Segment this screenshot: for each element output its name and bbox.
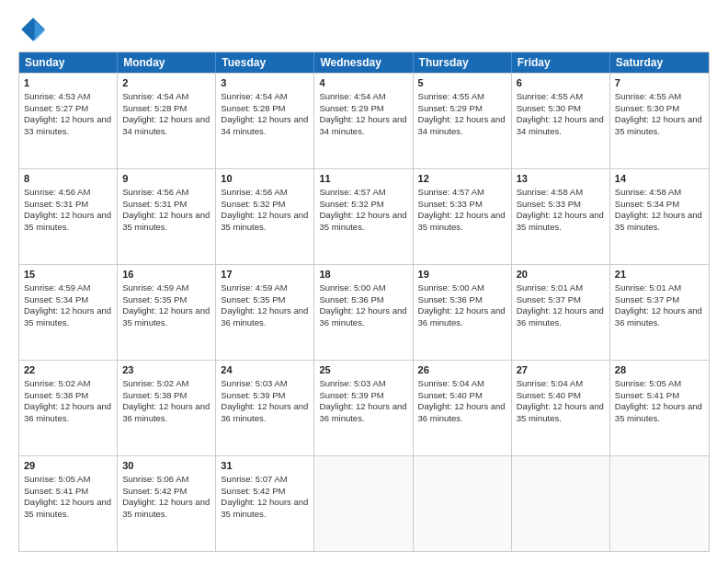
header (18, 15, 710, 44)
day-number: 24 (221, 363, 309, 377)
sunrise-label: Sunrise: 5:05 AM (615, 378, 681, 388)
sunrise-label: Sunrise: 5:00 AM (418, 282, 484, 293)
calendar-cell: 20Sunrise: 5:01 AMSunset: 5:37 PMDayligh… (512, 265, 610, 360)
sunset-label: Sunset: 5:39 PM (319, 390, 383, 400)
sunset-label: Sunset: 5:32 PM (221, 199, 285, 209)
daylight-label: Daylight: 12 hours and 36 minutes. (418, 305, 506, 327)
day-number: 30 (122, 459, 210, 473)
daylight-label: Daylight: 12 hours and 36 minutes. (221, 305, 308, 327)
calendar-cell: 22Sunrise: 5:02 AMSunset: 5:38 PMDayligh… (19, 361, 118, 455)
day-number: 4 (319, 76, 407, 90)
calendar-cell: 12Sunrise: 4:57 AMSunset: 5:33 PMDayligh… (414, 169, 512, 264)
sunset-label: Sunset: 5:41 PM (24, 486, 88, 496)
daylight-label: Daylight: 12 hours and 35 minutes. (615, 210, 702, 232)
day-number: 5 (418, 76, 506, 90)
sunset-label: Sunset: 5:30 PM (615, 103, 679, 113)
day-number: 31 (221, 459, 309, 473)
sunset-label: Sunset: 5:32 PM (319, 199, 383, 209)
calendar-cell: 17Sunrise: 4:59 AMSunset: 5:35 PMDayligh… (216, 265, 314, 360)
daylight-label: Daylight: 12 hours and 35 minutes. (517, 210, 604, 232)
daylight-label: Daylight: 12 hours and 35 minutes. (615, 114, 702, 136)
sunrise-label: Sunrise: 4:59 AM (221, 282, 287, 293)
daylight-label: Daylight: 12 hours and 36 minutes. (319, 401, 406, 423)
sunset-label: Sunset: 5:41 PM (615, 390, 679, 400)
day-number: 27 (517, 363, 605, 377)
sunset-label: Sunset: 5:35 PM (122, 294, 187, 304)
sunset-label: Sunset: 5:33 PM (418, 199, 483, 209)
sunset-label: Sunset: 5:37 PM (615, 294, 679, 304)
day-number: 14 (615, 172, 704, 186)
sunrise-label: Sunrise: 4:56 AM (221, 187, 287, 197)
sunrise-label: Sunrise: 5:01 AM (615, 282, 681, 293)
sunrise-label: Sunrise: 5:07 AM (221, 474, 287, 484)
sunset-label: Sunset: 5:42 PM (122, 486, 187, 496)
daylight-label: Daylight: 12 hours and 35 minutes. (24, 305, 111, 327)
sunset-label: Sunset: 5:28 PM (221, 103, 285, 113)
sunset-label: Sunset: 5:29 PM (319, 103, 383, 113)
calendar-cell: 5Sunrise: 4:55 AMSunset: 5:29 PMDaylight… (414, 74, 512, 168)
calendar-cell: 18Sunrise: 5:00 AMSunset: 5:36 PMDayligh… (314, 265, 413, 360)
daylight-label: Daylight: 12 hours and 36 minutes. (24, 401, 111, 423)
day-number: 19 (418, 268, 506, 282)
calendar-cell: 28Sunrise: 5:05 AMSunset: 5:41 PMDayligh… (610, 361, 709, 455)
daylight-label: Daylight: 12 hours and 33 minutes. (24, 114, 111, 136)
daylight-label: Daylight: 12 hours and 35 minutes. (615, 401, 702, 423)
calendar-cell: 3Sunrise: 4:54 AMSunset: 5:28 PMDaylight… (216, 74, 314, 168)
sunrise-label: Sunrise: 5:01 AM (517, 282, 583, 293)
cal-header-day: Friday (512, 52, 610, 73)
calendar-cell (610, 456, 709, 551)
sunset-label: Sunset: 5:36 PM (418, 294, 483, 304)
daylight-label: Daylight: 12 hours and 35 minutes. (122, 497, 210, 519)
daylight-label: Daylight: 12 hours and 35 minutes. (122, 210, 210, 232)
daylight-label: Daylight: 12 hours and 34 minutes. (221, 114, 308, 136)
sunrise-label: Sunrise: 4:59 AM (24, 282, 90, 293)
daylight-label: Daylight: 12 hours and 36 minutes. (418, 401, 506, 423)
calendar-cell: 1Sunrise: 4:53 AMSunset: 5:27 PMDaylight… (19, 74, 118, 168)
calendar-cell: 6Sunrise: 4:55 AMSunset: 5:30 PMDaylight… (512, 74, 610, 168)
sunrise-label: Sunrise: 4:59 AM (122, 282, 188, 293)
day-number: 9 (122, 172, 210, 186)
sunrise-label: Sunrise: 4:57 AM (319, 187, 385, 197)
daylight-label: Daylight: 12 hours and 36 minutes. (122, 401, 210, 423)
cal-header-day: Tuesday (216, 52, 314, 73)
sunset-label: Sunset: 5:30 PM (517, 103, 581, 113)
daylight-label: Daylight: 12 hours and 35 minutes. (319, 210, 406, 232)
daylight-label: Daylight: 12 hours and 35 minutes. (122, 305, 210, 327)
day-number: 10 (221, 172, 309, 186)
day-number: 15 (24, 268, 112, 282)
cal-header-day: Wednesday (314, 52, 413, 73)
calendar-row: 29Sunrise: 5:05 AMSunset: 5:41 PMDayligh… (19, 455, 709, 551)
calendar-body: 1Sunrise: 4:53 AMSunset: 5:27 PMDaylight… (19, 73, 709, 551)
day-number: 6 (517, 76, 605, 90)
calendar-cell: 11Sunrise: 4:57 AMSunset: 5:32 PMDayligh… (314, 169, 413, 264)
sunrise-label: Sunrise: 4:54 AM (319, 91, 385, 101)
day-number: 7 (615, 76, 704, 90)
day-number: 23 (122, 363, 210, 377)
sunset-label: Sunset: 5:40 PM (517, 390, 581, 400)
sunset-label: Sunset: 5:27 PM (24, 103, 88, 113)
sunrise-label: Sunrise: 4:55 AM (517, 91, 583, 101)
calendar-cell (414, 456, 512, 551)
sunrise-label: Sunrise: 5:06 AM (122, 474, 188, 484)
sunrise-label: Sunrise: 4:56 AM (122, 187, 188, 197)
day-number: 17 (221, 268, 309, 282)
sunset-label: Sunset: 5:28 PM (122, 103, 187, 113)
day-number: 20 (517, 268, 605, 282)
calendar-row: 15Sunrise: 4:59 AMSunset: 5:34 PMDayligh… (19, 264, 709, 360)
sunset-label: Sunset: 5:38 PM (122, 390, 187, 400)
sunrise-label: Sunrise: 4:58 AM (615, 187, 681, 197)
sunrise-label: Sunrise: 4:57 AM (418, 187, 484, 197)
daylight-label: Daylight: 12 hours and 36 minutes. (615, 305, 702, 327)
sunrise-label: Sunrise: 5:03 AM (319, 378, 385, 388)
day-number: 2 (122, 76, 210, 90)
sunset-label: Sunset: 5:31 PM (24, 199, 88, 209)
daylight-label: Daylight: 12 hours and 35 minutes. (418, 210, 506, 232)
calendar-cell: 9Sunrise: 4:56 AMSunset: 5:31 PMDaylight… (118, 169, 216, 264)
sunset-label: Sunset: 5:36 PM (319, 294, 383, 304)
calendar-cell: 10Sunrise: 4:56 AMSunset: 5:32 PMDayligh… (216, 169, 314, 264)
sunrise-label: Sunrise: 5:05 AM (24, 474, 90, 484)
sunrise-label: Sunrise: 5:04 AM (418, 378, 484, 388)
daylight-label: Daylight: 12 hours and 35 minutes. (24, 210, 111, 232)
calendar-cell: 15Sunrise: 4:59 AMSunset: 5:34 PMDayligh… (19, 265, 118, 360)
sunrise-label: Sunrise: 4:54 AM (221, 91, 287, 101)
